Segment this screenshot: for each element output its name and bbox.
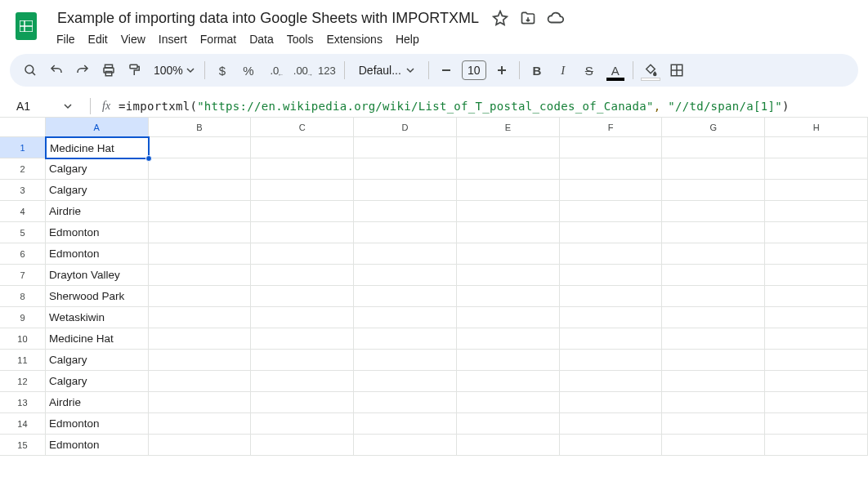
cell[interactable]: [354, 328, 457, 350]
cell[interactable]: [765, 243, 868, 265]
borders-icon[interactable]: [664, 58, 689, 82]
decrease-font-size-icon[interactable]: [434, 58, 459, 82]
row-header[interactable]: 10: [0, 328, 46, 350]
row-header[interactable]: 14: [0, 413, 46, 435]
cell[interactable]: [560, 158, 663, 180]
currency-icon[interactable]: $: [210, 58, 235, 82]
cell[interactable]: [251, 350, 354, 371]
cell[interactable]: [354, 158, 457, 180]
cell[interactable]: Edmonton: [46, 413, 149, 435]
decrease-decimal-icon[interactable]: .0←: [262, 58, 287, 82]
cell[interactable]: [662, 158, 765, 180]
cell[interactable]: [149, 392, 252, 413]
menu-tools[interactable]: Tools: [281, 29, 320, 49]
cell[interactable]: [149, 413, 252, 435]
cell[interactable]: [149, 243, 252, 265]
cell[interactable]: [251, 286, 354, 307]
menu-insert[interactable]: Insert: [153, 29, 193, 49]
cell[interactable]: [765, 328, 868, 350]
cell[interactable]: [251, 137, 354, 158]
cell[interactable]: [765, 307, 868, 328]
cell[interactable]: [560, 392, 663, 413]
menu-data[interactable]: Data: [244, 29, 280, 49]
column-header-g[interactable]: G: [662, 118, 765, 136]
cell[interactable]: [149, 328, 252, 350]
cell[interactable]: [662, 392, 765, 413]
cell[interactable]: [149, 307, 252, 328]
cell[interactable]: [765, 158, 868, 180]
cell[interactable]: [457, 180, 560, 201]
row-header[interactable]: 3: [0, 180, 46, 201]
cell[interactable]: [149, 435, 252, 456]
cell[interactable]: [662, 328, 765, 350]
cell[interactable]: [765, 265, 868, 286]
cell[interactable]: [149, 286, 252, 307]
formula-input[interactable]: =importxml("https://en.wikipedia.org/wik…: [119, 100, 790, 113]
cell[interactable]: [354, 180, 457, 201]
print-icon[interactable]: [96, 58, 121, 82]
cell[interactable]: Edmonton: [46, 243, 149, 265]
menu-help[interactable]: Help: [390, 29, 425, 49]
cell[interactable]: [662, 265, 765, 286]
cell[interactable]: [765, 137, 868, 158]
cell[interactable]: Medicine Hat: [46, 137, 149, 158]
cell[interactable]: [662, 435, 765, 456]
cell[interactable]: Drayton Valley: [46, 265, 149, 286]
cell[interactable]: [149, 350, 252, 371]
paint-format-icon[interactable]: [123, 58, 147, 82]
increase-decimal-icon[interactable]: .00→: [289, 58, 313, 82]
cell[interactable]: Medicine Hat: [46, 328, 149, 350]
fill-color-icon[interactable]: [638, 58, 663, 82]
cell[interactable]: [149, 137, 252, 158]
column-header-b[interactable]: B: [149, 118, 252, 136]
row-header[interactable]: 2: [0, 158, 46, 180]
column-header-c[interactable]: C: [251, 118, 354, 136]
cell[interactable]: [251, 265, 354, 286]
cell[interactable]: [457, 328, 560, 350]
menu-format[interactable]: Format: [195, 29, 242, 49]
cell[interactable]: [560, 201, 663, 222]
column-header-d[interactable]: D: [354, 118, 457, 136]
cell[interactable]: [457, 413, 560, 435]
cell[interactable]: [560, 413, 663, 435]
cell[interactable]: [354, 222, 457, 243]
cell[interactable]: [560, 243, 663, 265]
cell[interactable]: [251, 328, 354, 350]
menu-view[interactable]: View: [115, 29, 151, 49]
cell[interactable]: [765, 435, 868, 456]
redo-icon[interactable]: [70, 58, 95, 82]
row-header[interactable]: 4: [0, 201, 46, 222]
cell[interactable]: Calgary: [46, 350, 149, 371]
cell[interactable]: [457, 286, 560, 307]
cell[interactable]: [560, 137, 663, 158]
cell[interactable]: [251, 222, 354, 243]
cell[interactable]: Airdrie: [46, 392, 149, 413]
cell[interactable]: [251, 435, 354, 456]
column-header-h[interactable]: H: [765, 118, 868, 136]
italic-icon[interactable]: I: [551, 58, 575, 82]
cell[interactable]: [149, 180, 252, 201]
cell[interactable]: [354, 286, 457, 307]
cell[interactable]: [149, 222, 252, 243]
cell[interactable]: [149, 371, 252, 392]
text-color-icon[interactable]: A: [603, 58, 628, 82]
cell[interactable]: Edmonton: [46, 222, 149, 243]
cell[interactable]: Calgary: [46, 158, 149, 180]
star-icon[interactable]: [490, 8, 510, 28]
name-box[interactable]: A1: [2, 100, 78, 113]
column-header-e[interactable]: E: [457, 118, 560, 136]
row-header[interactable]: 9: [0, 307, 46, 328]
cell[interactable]: [457, 137, 560, 158]
cell[interactable]: [662, 371, 765, 392]
row-header[interactable]: 6: [0, 243, 46, 265]
cell[interactable]: [251, 201, 354, 222]
cell[interactable]: Wetaskiwin: [46, 307, 149, 328]
move-icon[interactable]: [518, 8, 538, 28]
row-header[interactable]: 12: [0, 371, 46, 392]
cell[interactable]: [765, 350, 868, 371]
cell[interactable]: [251, 243, 354, 265]
increase-font-size-icon[interactable]: [490, 58, 514, 82]
cloud-status-icon[interactable]: [546, 8, 566, 28]
cell[interactable]: [765, 201, 868, 222]
cell[interactable]: [354, 265, 457, 286]
